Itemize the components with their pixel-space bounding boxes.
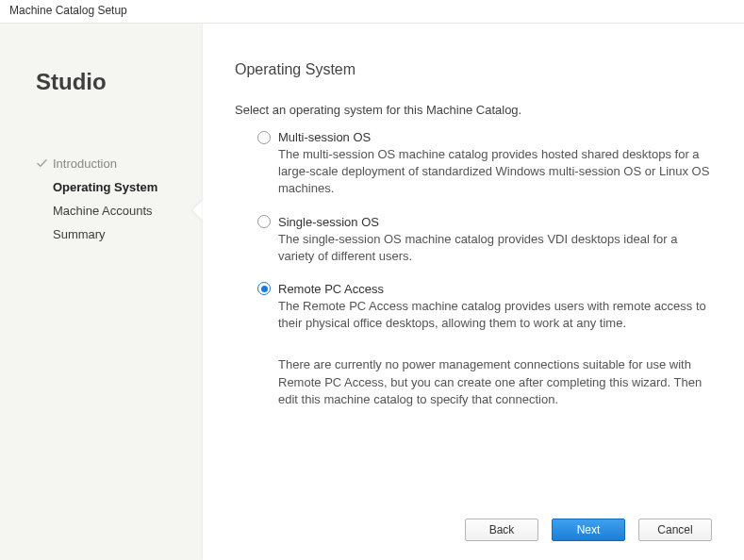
brand-title: Studio <box>36 69 195 95</box>
options-group: Multi-session OS The multi-session OS ma… <box>235 130 712 408</box>
option-single-session-os[interactable]: Single-session OS The single-session OS … <box>257 215 712 265</box>
radio-icon[interactable] <box>257 215 271 228</box>
option-description: The Remote PC Access machine catalog pro… <box>278 298 712 332</box>
option-label: Remote PC Access <box>278 282 384 296</box>
button-bar: Back Next Cancel <box>465 519 712 541</box>
nav-item-label: Machine Accounts <box>53 204 153 218</box>
option-label: Single-session OS <box>278 215 379 229</box>
nav-item-operating-system[interactable]: Operating System <box>36 175 195 199</box>
nav-item-label: Introduction <box>53 156 117 171</box>
check-icon <box>36 158 47 170</box>
option-remote-pc-access[interactable]: Remote PC Access The Remote PC Access ma… <box>257 282 712 332</box>
option-description: The multi-session OS machine catalog pro… <box>278 146 712 198</box>
option-label: Multi-session OS <box>278 130 371 144</box>
nav-item-introduction[interactable]: Introduction <box>36 152 195 175</box>
nav-item-label: Summary <box>53 227 106 241</box>
page-instruction: Select an operating system for this Mach… <box>235 103 712 117</box>
sidebar: Studio Introduction Operating System Mac… <box>0 24 203 560</box>
radio-icon[interactable] <box>257 131 271 144</box>
nav-list: Introduction Operating System Machine Ac… <box>36 152 195 246</box>
nav-item-machine-accounts[interactable]: Machine Accounts <box>36 199 195 222</box>
option-description: The single-session OS machine catalog pr… <box>278 231 712 265</box>
info-note: There are currently no power management … <box>278 356 712 408</box>
option-multi-session-os[interactable]: Multi-session OS The multi-session OS ma… <box>257 130 712 198</box>
next-button[interactable]: Next <box>552 519 625 541</box>
nav-item-summary[interactable]: Summary <box>36 222 195 246</box>
page-title: Operating System <box>235 61 712 78</box>
radio-icon[interactable] <box>257 282 271 295</box>
cancel-button[interactable]: Cancel <box>638 519 712 541</box>
back-button[interactable]: Back <box>465 519 538 541</box>
wizard-body: Studio Introduction Operating System Mac… <box>0 23 744 560</box>
nav-item-label: Operating System <box>53 180 157 194</box>
window-title: Machine Catalog Setup <box>0 0 744 23</box>
main-panel: Operating System Select an operating sys… <box>203 24 744 560</box>
